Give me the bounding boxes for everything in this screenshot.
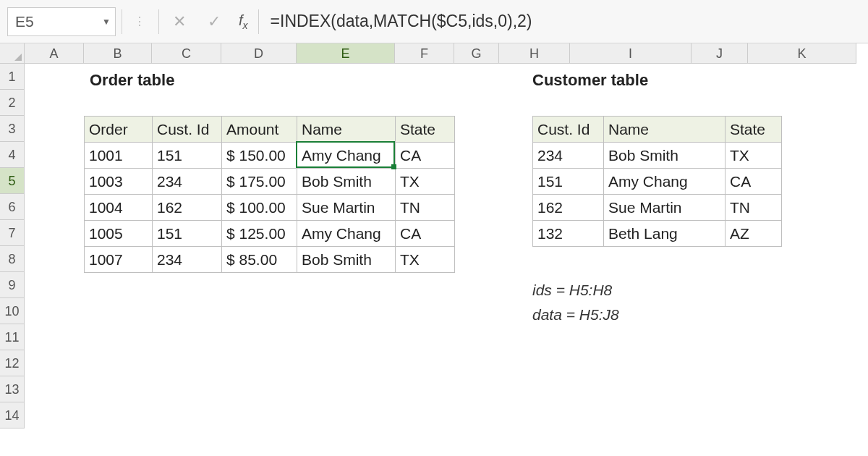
name-box[interactable]: E5 ▼	[7, 7, 116, 36]
order-cell-name[interactable]: Amy Chang	[297, 143, 396, 169]
row-header-3[interactable]: 3	[0, 116, 25, 142]
order-cell-order[interactable]: 1001	[85, 143, 153, 169]
order-cell-amount[interactable]: $ 150.00	[222, 143, 297, 169]
order-cell-amount[interactable]: $ 175.00	[222, 169, 297, 195]
formula-input[interactable]: =INDEX(data,MATCH($C5,ids,0),2)	[265, 12, 861, 31]
row-header-9[interactable]: 9	[0, 272, 25, 298]
row-header-4[interactable]: 4	[0, 142, 25, 168]
row-header-13[interactable]: 13	[0, 376, 25, 402]
order-cell-name[interactable]: Sue Martin	[297, 195, 396, 221]
named-range-notes: ids = H5:H8 data = H5:J8	[532, 278, 619, 327]
cust-cell-custid[interactable]: 234	[533, 143, 604, 169]
order-cell-custid[interactable]: 151	[153, 143, 222, 169]
note-ids: ids = H5:H8	[532, 278, 619, 303]
cust-header-state[interactable]: State	[726, 117, 782, 143]
enter-check-icon[interactable]: ✓	[200, 12, 229, 31]
note-data: data = H5:J8	[532, 303, 619, 327]
order-row[interactable]: 1004162$ 100.00Sue MartinTN	[85, 195, 455, 221]
row-header-5[interactable]: 5	[0, 168, 25, 194]
row-header-2[interactable]: 2	[0, 90, 25, 116]
order-cell-custid[interactable]: 234	[153, 247, 222, 273]
cust-cell-state[interactable]: CA	[726, 169, 782, 195]
order-cell-amount[interactable]: $ 125.00	[222, 221, 297, 247]
cust-row[interactable]: 234Bob SmithTX	[533, 143, 782, 169]
order-cell-order[interactable]: 1007	[85, 247, 153, 273]
row-header-7[interactable]: 7	[0, 220, 25, 246]
cust-row[interactable]: 151Amy ChangCA	[533, 169, 782, 195]
col-header-I[interactable]: I	[570, 43, 692, 64]
cust-cell-custid[interactable]: 162	[533, 195, 604, 221]
chevron-down-icon[interactable]: ▼	[98, 17, 115, 27]
row-header-14[interactable]: 14	[0, 402, 25, 428]
order-cell-name[interactable]: Amy Chang	[297, 221, 396, 247]
col-header-G[interactable]: G	[454, 43, 499, 64]
customer-table: Cust. Id Name State 234Bob SmithTX151Amy…	[532, 116, 782, 247]
row-header-1[interactable]: 1	[0, 64, 25, 90]
order-row[interactable]: 1003234$ 175.00Bob SmithTX	[85, 169, 455, 195]
cust-cell-name[interactable]: Amy Chang	[604, 169, 726, 195]
order-table: Order Cust. Id Amount Name State 1001151…	[84, 116, 455, 273]
order-row[interactable]: 1005151$ 125.00Amy ChangCA	[85, 221, 455, 247]
customer-table-title: Customer table	[532, 71, 648, 90]
order-cell-state[interactable]: TX	[396, 247, 455, 273]
order-table-title: Order table	[90, 71, 174, 90]
col-header-F[interactable]: F	[395, 43, 454, 64]
order-cell-amount[interactable]: $ 85.00	[222, 247, 297, 273]
order-row[interactable]: 1001151$ 150.00Amy ChangCA	[85, 143, 455, 169]
order-cell-state[interactable]: TN	[396, 195, 455, 221]
order-cell-state[interactable]: CA	[396, 143, 455, 169]
name-box-value: E5	[8, 13, 98, 30]
col-header-D[interactable]: D	[221, 43, 297, 64]
order-cell-name[interactable]: Bob Smith	[297, 169, 396, 195]
cancel-icon[interactable]: ✕	[165, 12, 194, 31]
col-header-B[interactable]: B	[84, 43, 152, 64]
order-cell-order[interactable]: 1004	[85, 195, 153, 221]
order-cell-state[interactable]: CA	[396, 221, 455, 247]
order-header-custid[interactable]: Cust. Id	[153, 117, 222, 143]
cust-cell-name[interactable]: Sue Martin	[604, 195, 726, 221]
row-header-6[interactable]: 6	[0, 194, 25, 220]
divider	[122, 9, 122, 34]
cust-cell-state[interactable]: TX	[726, 143, 782, 169]
col-header-J[interactable]: J	[692, 43, 748, 64]
order-header-state[interactable]: State	[396, 117, 455, 143]
cust-cell-custid[interactable]: 132	[533, 221, 604, 247]
order-cell-amount[interactable]: $ 100.00	[222, 195, 297, 221]
order-cell-state[interactable]: TX	[396, 169, 455, 195]
order-cell-custid[interactable]: 151	[153, 221, 222, 247]
order-row[interactable]: 1007234$ 85.00Bob SmithTX	[85, 247, 455, 273]
col-header-K[interactable]: K	[748, 43, 856, 64]
order-cell-order[interactable]: 1003	[85, 169, 153, 195]
col-header-H[interactable]: H	[499, 43, 570, 64]
row-headers: 1234567891011121314	[0, 64, 25, 456]
divider	[158, 9, 159, 34]
order-cell-order[interactable]: 1005	[85, 221, 153, 247]
order-cell-custid[interactable]: 162	[153, 195, 222, 221]
row-header-11[interactable]: 11	[0, 324, 25, 350]
cust-cell-name[interactable]: Bob Smith	[604, 143, 726, 169]
order-header-name[interactable]: Name	[297, 117, 396, 143]
select-all-corner[interactable]	[0, 43, 25, 64]
cust-cell-custid[interactable]: 151	[533, 169, 604, 195]
formula-bar: E5 ▼ ⋮ ✕ ✓ fx =INDEX(data,MATCH($C5,ids,…	[0, 0, 868, 43]
cust-cell-state[interactable]: TN	[726, 195, 782, 221]
order-cell-custid[interactable]: 234	[153, 169, 222, 195]
row-header-12[interactable]: 12	[0, 350, 25, 376]
col-header-C[interactable]: C	[152, 43, 221, 64]
col-header-E[interactable]: E	[297, 43, 395, 64]
order-header-amount[interactable]: Amount	[222, 117, 297, 143]
order-header-order[interactable]: Order	[85, 117, 153, 143]
cust-cell-state[interactable]: AZ	[726, 221, 782, 247]
worksheet[interactable]: Order table Customer table Order Cust. I…	[25, 64, 868, 456]
cust-row[interactable]: 132Beth LangAZ	[533, 221, 782, 247]
cust-cell-name[interactable]: Beth Lang	[604, 221, 726, 247]
cust-header-custid[interactable]: Cust. Id	[533, 117, 604, 143]
order-cell-name[interactable]: Bob Smith	[297, 247, 396, 273]
col-header-A[interactable]: A	[25, 43, 84, 64]
fx-icon[interactable]: fx	[234, 12, 252, 31]
expand-dots-icon[interactable]: ⋮	[128, 14, 153, 28]
row-header-8[interactable]: 8	[0, 246, 25, 272]
cust-row[interactable]: 162Sue MartinTN	[533, 195, 782, 221]
row-header-10[interactable]: 10	[0, 298, 25, 324]
cust-header-name[interactable]: Name	[604, 117, 726, 143]
